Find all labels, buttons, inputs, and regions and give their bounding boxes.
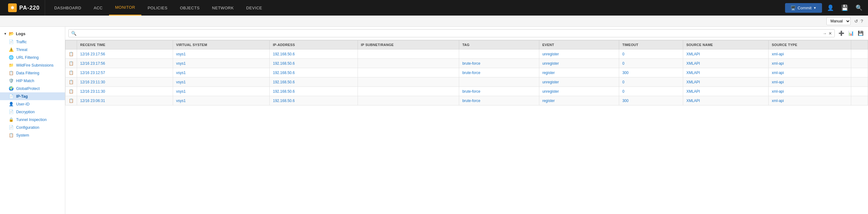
- row-icon-cell: 📋: [66, 50, 77, 59]
- hip-match-icon: 🛡️: [9, 78, 14, 83]
- sidebar-item-decryption-label: Decryption: [16, 110, 35, 114]
- cell-source-type: xml-api: [769, 50, 851, 59]
- sidebar-item-configuration[interactable]: 📄 Configuration: [0, 124, 65, 131]
- sidebar-item-gp-label: GlobalProtect: [16, 86, 40, 91]
- cell-ip-subnet: [358, 59, 459, 68]
- table-row[interactable]: 📋 12/16 23:11:30 vsys1 192.168.50.6 brut…: [66, 87, 868, 96]
- sidebar-item-traffic-label: Traffic: [16, 40, 27, 44]
- sidebar-item-hip-label: HIP Match: [16, 79, 34, 83]
- cell-event: unregister: [539, 50, 619, 59]
- filter-options-button[interactable]: 📊: [847, 30, 855, 37]
- nav-items: DASHBOARD ACC MONITOR POLICIES OBJECTS N…: [48, 0, 785, 16]
- sidebar-item-url-filtering[interactable]: 🌐 URL Filtering: [0, 53, 65, 61]
- sidebar-item-system[interactable]: 📋 System: [0, 131, 65, 139]
- cell-event: register: [539, 68, 619, 77]
- cell-source-name: XMLAPI: [683, 59, 769, 68]
- cell-source-name: XMLAPI: [683, 77, 769, 87]
- col-header-source-name: SOURCE NAME: [683, 41, 769, 50]
- user-icon-button[interactable]: 👤: [825, 3, 836, 12]
- commit-chevron-icon: ▼: [813, 6, 816, 10]
- row-icon-cell: 📋: [66, 68, 77, 77]
- logs-arrow-icon: ▼: [4, 32, 7, 35]
- table-row[interactable]: 📋 12/16 23:11:30 vsys1 192.168.50.6 unre…: [66, 77, 868, 87]
- nav-objects[interactable]: OBJECTS: [174, 0, 206, 16]
- sidebar-item-user-id[interactable]: 👤 User-ID: [0, 100, 65, 108]
- col-header-tag: TAG: [459, 41, 539, 50]
- cell-ip-address: 192.168.50.6: [270, 50, 358, 59]
- sidebar-item-hip-match[interactable]: 🛡️ HIP Match: [0, 77, 65, 85]
- sidebar-item-userid-label: User-ID: [16, 102, 30, 106]
- nav-dashboard[interactable]: DASHBOARD: [48, 0, 88, 16]
- cell-timeout: 300: [619, 96, 683, 105]
- sidebar-item-wildfire[interactable]: 📁 WildFire Submissions: [0, 61, 65, 69]
- cell-extra: [851, 77, 868, 87]
- nav-policies[interactable]: POLICIES: [141, 0, 174, 16]
- col-header-timeout: TIMEOUT: [619, 41, 683, 50]
- logs-group-label: Logs: [16, 31, 26, 36]
- commit-button[interactable]: 🖥️ Commit ▼: [785, 3, 822, 13]
- row-detail-icon: 📋: [69, 61, 74, 65]
- add-filter-button[interactable]: ➕: [837, 30, 846, 37]
- sidebar-item-wildfire-label: WildFire Submissions: [16, 63, 54, 68]
- cell-timeout: 0: [619, 50, 683, 59]
- logs-folder-icon: 📂: [9, 31, 14, 36]
- help-icon[interactable]: ?: [859, 18, 864, 24]
- row-icon-cell: 📋: [66, 87, 77, 96]
- export-button[interactable]: 💾: [857, 30, 865, 37]
- row-icon-cell: 📋: [66, 77, 77, 87]
- sidebar-item-data-filtering[interactable]: 📋 Data Filtering: [0, 69, 65, 77]
- logs-group: ▼ 📂 Logs 📄 Traffic ⚠️ Threat 🌐 URL Filte…: [0, 27, 65, 141]
- logs-group-header[interactable]: ▼ 📂 Logs: [0, 29, 65, 38]
- sidebar-item-traffic[interactable]: 📄 Traffic: [0, 38, 65, 46]
- nav-network[interactable]: NETWORK: [206, 0, 240, 16]
- search-nav-button[interactable]: 🔍: [853, 3, 865, 12]
- save-icon-button[interactable]: 💾: [839, 3, 850, 12]
- log-table: RECEIVE TIME VIRTUAL SYSTEM IP-ADDRESS I…: [65, 40, 868, 105]
- manual-select[interactable]: Manual: [826, 17, 850, 25]
- nav-device[interactable]: DEVICE: [240, 0, 269, 16]
- refresh-icon[interactable]: ↺: [853, 18, 859, 24]
- cell-virtual-system: vsys1: [173, 59, 270, 68]
- url-filtering-icon: 🌐: [9, 55, 14, 60]
- cell-tag: brute-force: [459, 68, 539, 77]
- nav-monitor[interactable]: MONITOR: [109, 0, 142, 16]
- sidebar-item-threat[interactable]: ⚠️ Threat: [0, 46, 65, 53]
- cell-timeout: 300: [619, 68, 683, 77]
- sidebar-item-config-label: Configuration: [16, 125, 39, 130]
- table-row[interactable]: 📋 12/16 23:17:56 vsys1 192.168.50.6 unre…: [66, 50, 868, 59]
- cell-ip-subnet: [358, 87, 459, 96]
- sidebar-item-globalprotect[interactable]: 🌍 GlobalProtect: [0, 85, 65, 92]
- logo-icon: ✱: [8, 3, 17, 12]
- cell-event: unregister: [539, 77, 619, 87]
- table-row[interactable]: 📋 12/16 23:12:57 vsys1 192.168.50.6 brut…: [66, 68, 868, 77]
- cell-ip-subnet: [358, 68, 459, 77]
- cell-source-type: xml-api: [769, 96, 851, 105]
- cell-source-name: XMLAPI: [683, 87, 769, 96]
- nav-acc[interactable]: ACC: [88, 0, 109, 16]
- cell-virtual-system: vsys1: [173, 87, 270, 96]
- table-row[interactable]: 📋 12/16 23:17:56 vsys1 192.168.50.6 brut…: [66, 59, 868, 68]
- threat-icon: ⚠️: [9, 47, 14, 52]
- search-bar: 🔍 → ✕ ➕ 📊 💾: [65, 27, 868, 40]
- sidebar: ▼ 📂 Logs 📄 Traffic ⚠️ Threat 🌐 URL Filte…: [0, 27, 65, 214]
- sidebar-item-system-label: System: [16, 133, 29, 137]
- cell-tag: [459, 50, 539, 59]
- search-input[interactable]: [78, 31, 821, 35]
- sidebar-item-tunnel-label: Tunnel Inspection: [16, 117, 46, 122]
- sidebar-item-decryption[interactable]: 📄 Decryption: [0, 108, 65, 116]
- cell-source-type: xml-api: [769, 59, 851, 68]
- table-row[interactable]: 📋 12/16 23:06:31 vsys1 192.168.50.6 brut…: [66, 96, 868, 105]
- cell-ip-subnet: [358, 96, 459, 105]
- cell-receive-time: 12/16 23:06:31: [77, 96, 173, 105]
- col-header-event: EVENT: [539, 41, 619, 50]
- sidebar-item-tunnel-inspection[interactable]: 🔒 Tunnel Inspection: [0, 116, 65, 124]
- search-close-icon[interactable]: ✕: [829, 31, 832, 36]
- cell-tag: brute-force: [459, 87, 539, 96]
- col-header-virtual-system: VIRTUAL SYSTEM: [173, 41, 270, 50]
- cell-receive-time: 12/16 23:17:56: [77, 50, 173, 59]
- cell-virtual-system: vsys1: [173, 77, 270, 87]
- table-header: RECEIVE TIME VIRTUAL SYSTEM IP-ADDRESS I…: [66, 41, 868, 50]
- cell-receive-time: 12/16 23:11:30: [77, 87, 173, 96]
- sidebar-item-ip-tag[interactable]: 📄 IP-Tag: [0, 92, 65, 100]
- row-icon-cell: 📋: [66, 59, 77, 68]
